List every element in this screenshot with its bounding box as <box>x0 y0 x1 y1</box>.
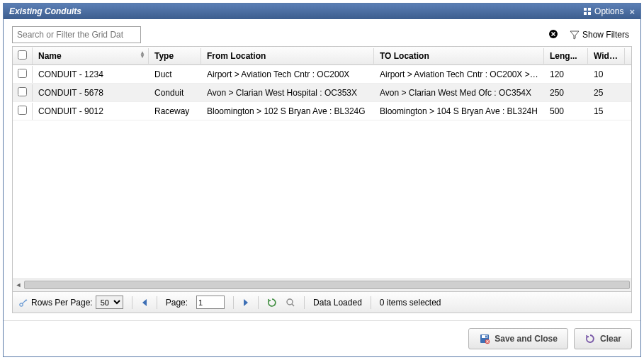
table-row[interactable]: CONDUIT - 5678 Conduit Avon > Clarian We… <box>13 84 631 102</box>
header-to[interactable]: TO Location <box>374 48 544 64</box>
header-width[interactable]: Widt... <box>588 48 625 64</box>
cell-type: Conduit <box>149 85 201 101</box>
grid-header-row: Name ▲▼ Type From Location TO Location L… <box>13 47 631 65</box>
rows-per-page-label: Rows Per Page: <box>31 298 93 308</box>
svg-rect-3 <box>588 12 591 15</box>
refresh-button[interactable] <box>267 298 277 308</box>
search-input[interactable] <box>12 26 141 43</box>
clear-button[interactable]: Clear <box>574 328 632 349</box>
options-label: Options <box>594 6 623 16</box>
cell-from: Avon > Clarian West Hospital : OC353X <box>201 85 374 101</box>
show-filters-label: Show Filters <box>582 30 629 40</box>
page-label: Page: <box>166 298 188 308</box>
header-type-label: Type <box>154 51 174 61</box>
magnifier-icon <box>286 298 295 308</box>
cell-width: 15 <box>588 103 625 119</box>
dialog-content: Show Filters Name ▲▼ Type From Location … <box>4 19 640 320</box>
header-name-label: Name <box>38 51 62 61</box>
rows-per-page-select[interactable]: 50 <box>96 296 123 309</box>
separator <box>132 296 132 309</box>
page-input[interactable] <box>196 296 225 309</box>
header-length[interactable]: Leng... <box>544 48 588 64</box>
sort-icon: ▲▼ <box>140 51 145 58</box>
window-title: Existing Conduits <box>9 6 583 16</box>
dialog-footer: Save and Close Clear <box>4 320 640 356</box>
scroll-left-icon: ◄ <box>14 281 23 289</box>
svg-rect-1 <box>588 8 591 11</box>
horizontal-scrollbar[interactable]: ◄ <box>13 279 631 291</box>
svg-rect-0 <box>584 8 587 11</box>
cell-to: Avon > Clarian West Med Ofc : OC354X <box>374 85 544 101</box>
svg-point-6 <box>287 299 293 305</box>
zoom-button[interactable] <box>286 298 295 308</box>
data-grid: Name ▲▼ Type From Location TO Location L… <box>12 46 632 313</box>
header-name[interactable]: Name ▲▼ <box>33 48 149 64</box>
cell-from: Bloomington > 102 S Bryan Ave : BL324G <box>201 103 374 119</box>
pager-status: Data Loaded <box>313 298 362 308</box>
grid-pager: Rows Per Page: 50 Page: <box>13 291 631 313</box>
header-length-label: Leng... <box>550 51 577 61</box>
cell-width: 25 <box>588 85 625 101</box>
cell-from: Airport > Aviation Tech Cntr : OC200X <box>201 67 374 82</box>
header-from[interactable]: From Location <box>201 48 374 64</box>
search-wrap <box>12 26 563 43</box>
grid-options-icon <box>583 7 592 16</box>
grid-body: CONDUIT - 1234 Duct Airport > Aviation T… <box>13 65 631 279</box>
title-bar: Existing Conduits Options × <box>4 4 640 19</box>
next-page-button[interactable] <box>242 298 249 307</box>
cell-to: Bloomington > 104 S Bryan Ave : BL324H <box>374 103 544 119</box>
prev-icon <box>141 298 148 307</box>
select-all-checkbox[interactable] <box>18 50 27 60</box>
row-checkbox[interactable] <box>18 69 27 78</box>
dialog-window: Existing Conduits Options × Show Filters <box>3 3 641 357</box>
next-icon <box>242 298 249 307</box>
key-icon <box>18 298 28 308</box>
funnel-icon <box>570 30 580 40</box>
svg-rect-9 <box>485 336 487 338</box>
separator <box>258 296 259 309</box>
cell-name: CONDUIT - 1234 <box>33 67 149 82</box>
prev-page-button[interactable] <box>141 298 148 307</box>
cell-name: CONDUIT - 5678 <box>33 85 149 101</box>
separator <box>157 296 157 309</box>
clear-label: Clear <box>600 334 621 344</box>
search-clear-button[interactable] <box>548 29 558 39</box>
table-row[interactable]: CONDUIT - 1234 Duct Airport > Aviation T… <box>13 65 631 84</box>
cell-length: 500 <box>544 103 588 119</box>
cell-length: 250 <box>544 85 588 101</box>
close-button[interactable]: × <box>629 6 635 17</box>
separator <box>371 296 371 309</box>
svg-rect-2 <box>584 12 587 15</box>
table-row[interactable]: CONDUIT - 9012 Raceway Bloomington > 102… <box>13 102 631 120</box>
header-width-label: Widt... <box>594 51 619 61</box>
scroll-thumb[interactable] <box>24 281 630 289</box>
separator <box>233 296 234 309</box>
row-checkbox[interactable] <box>18 106 27 115</box>
cell-name: CONDUIT - 9012 <box>33 103 149 119</box>
header-checkbox-cell <box>13 47 33 64</box>
pager-selection: 0 items selected <box>380 298 441 308</box>
header-type[interactable]: Type <box>149 48 201 64</box>
cell-type: Duct <box>149 67 201 82</box>
save-icon <box>479 333 490 344</box>
cell-to: Airport > Aviation Tech Cntr : OC200X > … <box>374 67 544 82</box>
save-and-close-button[interactable]: Save and Close <box>468 328 568 349</box>
row-checkbox[interactable] <box>18 87 27 96</box>
header-from-label: From Location <box>207 51 266 61</box>
save-label: Save and Close <box>495 334 558 344</box>
cell-width: 10 <box>588 67 625 82</box>
refresh-icon <box>267 298 277 308</box>
cell-type: Raceway <box>149 103 201 119</box>
separator <box>304 296 305 309</box>
clear-refresh-icon <box>584 333 596 344</box>
cell-length: 120 <box>544 67 588 82</box>
header-to-label: TO Location <box>380 51 429 61</box>
clear-icon <box>548 29 558 39</box>
show-filters-button[interactable]: Show Filters <box>567 30 632 40</box>
search-row: Show Filters <box>12 26 632 43</box>
options-button[interactable]: Options <box>583 6 623 16</box>
